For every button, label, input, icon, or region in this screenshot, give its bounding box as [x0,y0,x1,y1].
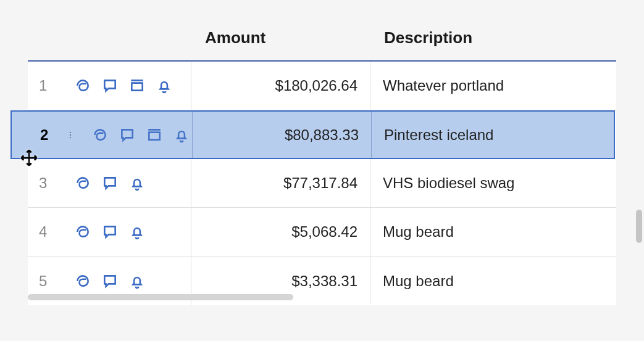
amount-cell[interactable]: $77,317.84 [191,159,370,207]
table-row[interactable]: 3$77,317.84VHS biodiesel swag [28,159,616,208]
header-empty [28,15,191,60]
svg-point-3 [70,131,71,133]
table-row[interactable]: 1$180,026.64Whatever portland [28,62,616,110]
row-number: 4 [39,223,57,240]
archive-icon[interactable] [129,78,145,94]
bell-icon[interactable] [156,78,172,94]
attach-icon[interactable] [75,273,91,289]
header-amount[interactable]: Amount [191,15,370,60]
description-cell[interactable]: Whatever portland [370,62,616,110]
row-handle[interactable]: 2 [12,112,193,158]
bell-icon[interactable] [129,224,145,240]
horizontal-scrollbar[interactable] [28,294,293,300]
row-number: 1 [39,77,57,94]
row-icons [75,175,145,191]
amount-cell[interactable]: $80,883.33 [193,112,372,158]
description-cell[interactable]: VHS biodiesel swag [370,159,616,207]
comment-icon[interactable] [102,175,118,191]
row-icons [92,127,190,143]
vertical-scrollbar[interactable] [636,210,642,243]
attach-icon[interactable] [75,224,91,240]
bell-icon[interactable] [174,127,190,143]
amount-cell[interactable]: $5,068.42 [191,208,370,256]
table-row[interactable]: 4$5,068.42Mug beard [28,208,616,257]
table-header: Amount Description [28,15,616,62]
attach-icon[interactable] [92,127,108,143]
bell-icon[interactable] [129,273,145,289]
description-cell[interactable]: Pinterest iceland [372,112,614,158]
description-cell[interactable]: Mug beard [370,257,616,305]
table-row[interactable]: 2$80,883.33Pinterest iceland [10,110,615,159]
header-description[interactable]: Description [370,15,616,60]
row-number: 2 [40,126,59,144]
attach-icon[interactable] [75,175,91,191]
comment-icon[interactable] [119,127,135,143]
row-icons [75,224,145,240]
drag-handle-icon[interactable] [66,128,75,142]
description-cell[interactable]: Mug beard [370,208,616,256]
table-body: 1$180,026.64Whatever portland2$80,883.33… [28,62,616,305]
row-handle[interactable]: 4 [28,208,191,256]
row-icons [75,78,172,94]
archive-icon[interactable] [146,127,162,143]
row-number: 3 [39,175,57,192]
bell-icon[interactable] [129,175,145,191]
comment-icon[interactable] [102,78,118,94]
comment-icon[interactable] [102,273,118,289]
amount-cell[interactable]: $180,026.64 [191,62,370,110]
move-cursor-icon [20,149,38,167]
row-handle[interactable]: 3 [28,159,191,207]
svg-point-5 [70,136,71,138]
row-handle[interactable]: 1 [28,62,191,110]
svg-point-4 [70,134,71,135]
comment-icon[interactable] [102,224,118,240]
row-icons [75,273,145,289]
attach-icon[interactable] [75,78,91,94]
row-number: 5 [39,273,57,290]
